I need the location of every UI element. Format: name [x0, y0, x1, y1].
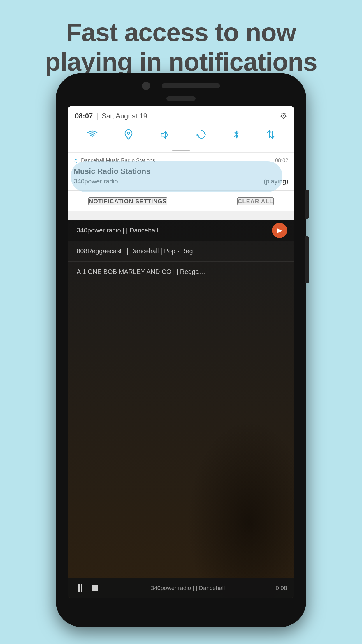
volume-icon[interactable]: [159, 130, 170, 141]
quick-settings-row: [68, 124, 294, 147]
header-line2: playing in notifications: [45, 47, 317, 76]
app-content-area: 340power radio | | Dancehall ▶ 808Reggae…: [68, 220, 294, 598]
speaker: [162, 83, 220, 88]
page-header: Fast access to now playing in notificati…: [21, 18, 341, 76]
notif-station: 340power radio: [74, 178, 118, 185]
sync-icon[interactable]: [196, 130, 206, 142]
status-date: Sat, August 19: [102, 112, 147, 120]
location-icon[interactable]: [124, 129, 133, 142]
clear-all-button[interactable]: CLEAR ALL: [237, 197, 274, 205]
gear-icon[interactable]: ⚙: [280, 111, 287, 121]
notif-header: ♫ Dancehall Music Radio Stations 08:02: [74, 157, 288, 164]
svg-marker-1: [161, 132, 165, 138]
station-name: 340power radio | | Dancehall: [77, 227, 158, 234]
notification-settings-button[interactable]: NOTIFICATION SETTINGS: [88, 197, 167, 205]
notification-card[interactable]: ♫ Dancehall Music Radio Stations 08:02 M…: [68, 152, 294, 190]
station-item[interactable]: A 1 ONE BOB MARLEY AND CO | | Regga…: [68, 262, 294, 282]
svg-point-0: [127, 132, 130, 134]
status-time: 08:07: [75, 112, 93, 120]
highlight-oval: [71, 161, 282, 192]
station-name: 808Reggaecast | | Dancehall | Pop - Reg…: [77, 247, 199, 255]
pause-button[interactable]: ⏸: [75, 582, 86, 594]
phone-screen: 08:07 | Sat, August 19 ⚙: [68, 106, 294, 598]
station-item[interactable]: 808Reggaecast | | Dancehall | Pop - Reg…: [68, 241, 294, 262]
station-list: 340power radio | | Dancehall ▶ 808Reggae…: [68, 220, 294, 282]
data-icon[interactable]: [266, 130, 275, 142]
player-controls: ⏸ ⏹: [75, 582, 100, 594]
status-divider: |: [96, 112, 98, 120]
notif-body: 340power radio (playing): [74, 178, 288, 185]
side-button-power: [305, 190, 309, 219]
notif-app-name: Dancehall Music Radio Stations: [81, 158, 272, 164]
drag-handle: [68, 147, 294, 152]
notification-panel: 08:07 | Sat, August 19 ⚙: [68, 106, 294, 211]
camera: [142, 82, 150, 90]
phone-top-area: [142, 82, 220, 90]
notif-title: Music Radio Stations: [74, 167, 288, 176]
action-divider: [202, 197, 202, 206]
player-station-name: 340power radio | | Dancehall: [151, 585, 225, 592]
notif-status: (playing): [264, 178, 288, 185]
header-line1: Fast access to now: [66, 18, 296, 47]
notif-time: 08:02: [275, 158, 288, 164]
status-bar: 08:07 | Sat, August 19 ⚙: [68, 106, 294, 124]
station-name: A 1 ONE BOB MARLEY AND CO | | Regga…: [77, 268, 205, 275]
stop-button[interactable]: ⏹: [91, 583, 100, 594]
wifi-icon[interactable]: [87, 130, 98, 141]
status-time-date: 08:07 | Sat, August 19: [75, 112, 147, 120]
notif-actions-bar: NOTIFICATION SETTINGS CLEAR ALL: [68, 191, 294, 211]
phone-frame: 08:07 | Sat, August 19 ⚙: [56, 73, 306, 627]
player-time: 0:08: [276, 585, 287, 592]
play-button[interactable]: ▶: [272, 223, 287, 238]
bluetooth-icon[interactable]: [233, 129, 240, 142]
station-item[interactable]: 340power radio | | Dancehall ▶: [68, 220, 294, 241]
notif-app-icon: ♫: [74, 157, 78, 164]
player-bar: ⏸ ⏹ 340power radio | | Dancehall 0:08: [68, 578, 294, 598]
home-button: [166, 96, 196, 101]
side-button-volume: [305, 236, 309, 283]
